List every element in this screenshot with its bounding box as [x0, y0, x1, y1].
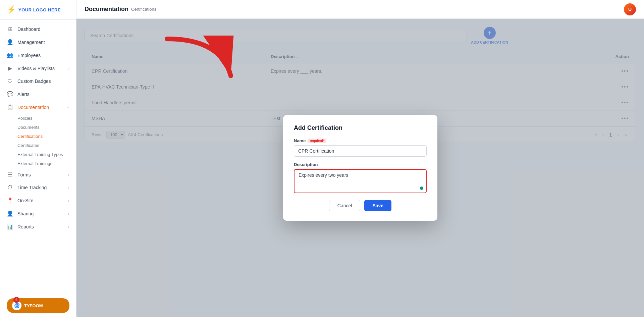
time-tracking-icon: ⏱ — [7, 184, 13, 191]
sidebar-item-label: On-Site — [17, 198, 33, 203]
sidebar-item-management[interactable]: 👤 Management › — [0, 36, 76, 49]
sidebar-item-label: Documentation — [17, 105, 49, 110]
description-label: Description — [294, 162, 427, 167]
logo-icon: ⚡ — [7, 5, 16, 14]
sidebar-item-label: Time Tracking — [17, 185, 47, 190]
tyfoom-label: TYFOOM — [24, 303, 43, 308]
modal-buttons: Cancel Save — [294, 200, 427, 211]
sidebar-item-sharing[interactable]: 👤 Sharing › — [0, 207, 76, 220]
reports-icon: 📊 — [7, 223, 13, 230]
header: Documentation Certifications U — [76, 0, 644, 19]
sidebar-item-label: Dashboard — [17, 27, 41, 32]
sub-nav-certificates[interactable]: Certificates — [17, 141, 76, 150]
certification-name-input[interactable] — [294, 145, 427, 157]
management-icon: 👤 — [7, 39, 13, 45]
dashboard-icon: ⊞ — [7, 26, 13, 32]
chevron-right-icon: › — [68, 212, 69, 216]
sidebar-item-label: Sharing — [17, 211, 34, 216]
forms-icon: ☰ — [7, 171, 13, 178]
chevron-right-icon: › — [68, 66, 69, 70]
sharing-icon: 👤 — [7, 210, 13, 217]
add-certification-modal: Add Certification Name required* Descrip… — [283, 115, 437, 221]
chevron-right-icon: › — [68, 92, 69, 96]
videos-icon: ▶ — [7, 65, 13, 71]
name-label: Name required* — [294, 138, 427, 143]
sidebar: ⚡ YOUR LOGO HERE ⊞ Dashboard 👤 Managemen… — [0, 0, 76, 317]
page-title: Documentation — [85, 6, 128, 13]
sidebar-item-label: Forms — [17, 172, 31, 177]
sidebar-item-custom-badges[interactable]: 🛡 Custom Badges — [0, 75, 76, 88]
sidebar-nav: ⊞ Dashboard 👤 Management › 👥 Employees ›… — [0, 20, 76, 294]
sub-nav-certifications[interactable]: Certifications — [17, 132, 76, 141]
chevron-right-icon: › — [68, 40, 69, 44]
cancel-button[interactable]: Cancel — [329, 200, 361, 211]
chevron-right-icon: › — [68, 199, 69, 203]
sidebar-item-label: Employees — [17, 53, 41, 58]
sidebar-item-documentation[interactable]: 📋 Documentation ⌄ — [0, 101, 76, 114]
documentation-sub-nav: Policies Documents Certifications Certif… — [0, 114, 76, 168]
main-content: Documentation Certifications U + ADD CER… — [76, 0, 644, 317]
sub-nav-policies[interactable]: Policies — [17, 114, 76, 123]
sidebar-item-reports[interactable]: 📊 Reports › — [0, 220, 76, 233]
content-area: + ADD CERTIFICATION Name ⌄ Description ⌄… — [76, 19, 644, 317]
sidebar-item-dashboard[interactable]: ⊞ Dashboard — [0, 22, 76, 36]
breadcrumb: Certifications — [131, 7, 156, 12]
logo-text: YOUR LOGO HERE — [18, 7, 61, 12]
sidebar-item-on-site[interactable]: 📍 On-Site › — [0, 194, 76, 207]
chevron-right-icon: › — [68, 186, 69, 190]
sidebar-item-label: Videos & Playlists — [17, 66, 55, 71]
sub-nav-documents[interactable]: Documents — [17, 123, 76, 132]
description-form-group: Description — [294, 162, 427, 193]
name-form-group: Name required* — [294, 138, 427, 157]
sidebar-item-alerts[interactable]: 💬 Alerts › — [0, 88, 76, 101]
sidebar-item-videos[interactable]: ▶ Videos & Playlists › — [0, 62, 76, 75]
sidebar-item-label: Alerts — [17, 92, 30, 97]
modal-title: Add Certification — [294, 124, 427, 131]
employees-icon: 👥 — [7, 52, 13, 58]
sidebar-bottom: 🌀 6 TYFOOM — [0, 294, 76, 317]
chevron-right-icon: › — [68, 53, 69, 57]
description-cursor-dot — [420, 187, 423, 190]
sidebar-item-label: Reports — [17, 224, 34, 229]
tyfoom-badge: 6 — [13, 297, 19, 303]
sidebar-item-label: Custom Badges — [17, 78, 51, 84]
chevron-right-icon: › — [68, 225, 69, 229]
save-button[interactable]: Save — [364, 200, 391, 211]
annotation-arrow — [154, 36, 248, 96]
modal-overlay: Add Certification Name required* Descrip… — [76, 19, 644, 317]
logo-area: ⚡ YOUR LOGO HERE — [0, 0, 76, 20]
sidebar-item-time-tracking[interactable]: ⏱ Time Tracking › — [0, 181, 76, 194]
description-textarea[interactable] — [294, 170, 426, 191]
sub-nav-external-trainings[interactable]: External Trainings — [17, 159, 76, 168]
sub-nav-external-training-types[interactable]: External Training Types — [17, 150, 76, 159]
description-textarea-wrapper — [294, 169, 427, 193]
documentation-icon: 📋 — [7, 104, 13, 110]
badges-icon: 🛡 — [7, 78, 13, 84]
alerts-icon: 💬 — [7, 91, 13, 97]
chevron-down-icon: ⌄ — [66, 105, 69, 109]
avatar[interactable]: U — [624, 3, 636, 15]
sidebar-item-forms[interactable]: ☰ Forms › — [0, 168, 76, 181]
tyfoom-button[interactable]: 🌀 6 TYFOOM — [7, 298, 69, 313]
chevron-right-icon: › — [68, 173, 69, 177]
sidebar-item-employees[interactable]: 👥 Employees › — [0, 49, 76, 62]
required-badge: required* — [308, 139, 326, 143]
sidebar-item-label: Management — [17, 40, 45, 45]
on-site-icon: 📍 — [7, 197, 13, 204]
header-left: Documentation Certifications — [85, 6, 156, 13]
